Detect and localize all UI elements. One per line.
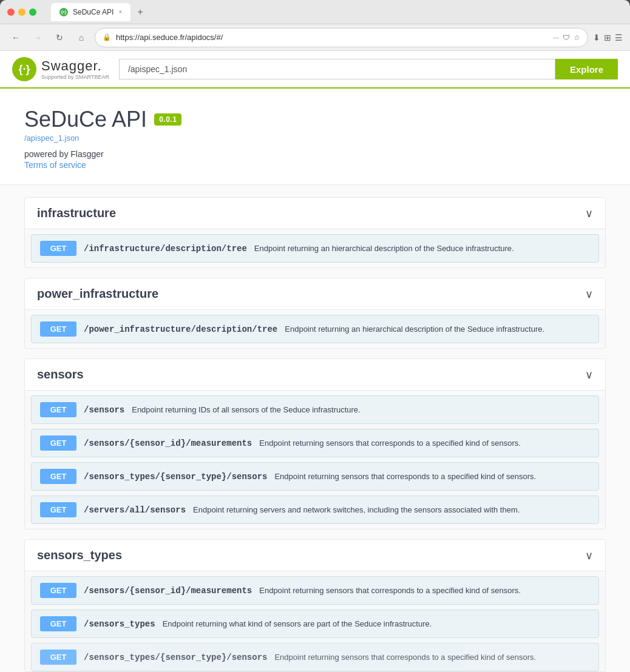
endpoint-row[interactable]: GET /sensors_types/{sensor_type}/sensors… (31, 462, 599, 491)
method-badge: GET (40, 241, 76, 256)
minimize-button[interactable] (18, 8, 25, 16)
endpoint-row[interactable]: GET /sensors/{sensor_id}/measurements En… (31, 429, 599, 457)
method-badge: GET (40, 469, 76, 484)
bookmark-icon[interactable]: ☆ (574, 33, 580, 42)
method-badge: GET (40, 402, 76, 417)
traffic-lights (7, 8, 36, 16)
endpoint-row[interactable]: GET /infrastructure/description/tree End… (31, 234, 599, 263)
method-badge: GET (40, 321, 76, 337)
method-badge: GET (40, 583, 76, 598)
maximize-button[interactable] (29, 8, 36, 16)
section-chevron-sensors: ∨ (585, 368, 593, 381)
swagger-logo-text: Swagger. Supported by SMARTBEAR (41, 58, 109, 80)
swagger-header: {·} Swagger. Supported by SMARTBEAR Expl… (0, 51, 630, 89)
section-header-power_infrastructure[interactable]: power_infrastructure ∨ (25, 278, 605, 310)
endpoint-description: Endpoint returning sensors that correspo… (259, 438, 590, 448)
section-title-infrastructure: infrastructure (37, 206, 116, 220)
title-bar: {•} SeDuCe API × + (0, 0, 630, 24)
method-badge: GET (40, 650, 76, 665)
section-chevron-sensors_types: ∨ (585, 549, 593, 562)
method-badge: GET (40, 435, 76, 451)
endpoint-description: Endpoint returning servers and network s… (193, 505, 590, 514)
endpoint-description: Endpoint returning an hierarchical descr… (285, 324, 590, 334)
endpoint-path: /power_infrastructure/description/tree (84, 324, 277, 334)
address-bar-icons: ··· 🛡 ☆ (553, 33, 580, 42)
browser-window: {•} SeDuCe API × + ← → ↻ ⌂ 🔒 https://api… (0, 0, 630, 672)
endpoint-row[interactable]: GET /sensors/{sensor_id}/measurements En… (31, 576, 599, 605)
explore-button[interactable]: Explore (555, 59, 618, 79)
menu-icon[interactable]: ☰ (615, 33, 623, 42)
endpoint-path: /sensors/{sensor_id}/measurements (84, 586, 252, 596)
endpoint-description: Endpoint returning IDs of all sensors of… (132, 405, 590, 414)
section-header-sensors_types[interactable]: sensors_types ∨ (25, 540, 605, 571)
home-button[interactable]: ⌂ (73, 29, 90, 46)
close-button[interactable] (7, 8, 15, 16)
forward-button[interactable]: → (29, 29, 46, 46)
endpoint-path: /sensors_types (84, 619, 155, 629)
section-chevron-power_infrastructure: ∨ (585, 287, 593, 301)
swagger-input-area: Explore (119, 59, 618, 79)
section-body-power_infrastructure: GET /power_infrastructure/description/tr… (25, 315, 605, 343)
endpoint-row[interactable]: GET /sensors Endpoint returning IDs of a… (31, 395, 599, 424)
download-icon[interactable]: ⬇ (593, 33, 600, 42)
terms-of-service-link[interactable]: Terms of service (24, 160, 606, 170)
section-body-infrastructure: GET /infrastructure/description/tree End… (25, 234, 605, 263)
section-body-sensors: GET /sensors Endpoint returning IDs of a… (25, 395, 605, 524)
shield-icon: 🛡 (563, 33, 570, 42)
api-sections: infrastructure ∨ GET /infrastructure/des… (0, 185, 630, 672)
section-header-sensors[interactable]: sensors ∨ (25, 359, 605, 391)
lock-icon: 🔒 (103, 33, 111, 41)
endpoint-description: Endpoint returning sensors that correspo… (259, 586, 590, 595)
endpoint-path: /servers/all/sensors (84, 505, 186, 515)
section-power_infrastructure: power_infrastructure ∨ GET /power_infras… (24, 278, 606, 349)
endpoint-row[interactable]: GET /power_infrastructure/description/tr… (31, 315, 599, 343)
section-header-infrastructure[interactable]: infrastructure ∨ (25, 198, 605, 229)
section-sensors: sensors ∨ GET /sensors Endpoint returnin… (24, 358, 606, 529)
endpoint-path: /sensors/{sensor_id}/measurements (84, 438, 252, 448)
method-badge: GET (40, 502, 76, 517)
swagger-logo-icon: {·} (12, 57, 36, 81)
section-body-sensors_types: GET /sensors/{sensor_id}/measurements En… (25, 576, 605, 671)
section-sensors_types: sensors_types ∨ GET /sensors/{sensor_id}… (24, 539, 606, 672)
swagger-logo-symbol: {·} (18, 63, 30, 76)
endpoint-description: Endpoint returning sensors that correspo… (274, 653, 590, 662)
method-badge: GET (40, 616, 76, 631)
api-title: SeDuCe API 0.0.1 (24, 107, 606, 132)
endpoint-description: Endpoint returning sensors that correspo… (274, 472, 590, 481)
swagger-supported-by: Supported by SMARTBEAR (41, 74, 109, 80)
swagger-logo: {·} Swagger. Supported by SMARTBEAR (12, 57, 109, 81)
api-info: SeDuCe API 0.0.1 /apispec_1.json powered… (0, 89, 630, 185)
tab-close-button[interactable]: × (118, 8, 122, 15)
extensions-icon[interactable]: ⊞ (604, 33, 611, 42)
more-options-icon: ··· (553, 33, 559, 42)
endpoint-path: /sensors (84, 405, 124, 415)
endpoint-path: /infrastructure/description/tree (84, 244, 247, 254)
endpoint-path: /sensors_types/{sensor_type}/sensors (84, 653, 267, 662)
api-version-badge: 0.0.1 (154, 113, 181, 126)
endpoint-row[interactable]: GET /sensors_types Endpoint returning wh… (31, 610, 599, 638)
nav-extra-icons: ⬇ ⊞ ☰ (593, 33, 623, 42)
api-powered-by: powered by Flasgger (24, 149, 606, 159)
swagger-url-input[interactable] (119, 59, 555, 79)
new-tab-button[interactable]: + (133, 5, 147, 19)
api-spec-link[interactable]: /apispec_1.json (24, 133, 79, 143)
swagger-wordmark: Swagger. (41, 58, 109, 74)
tab-title: SeDuCe API (73, 8, 113, 16)
endpoint-description: Endpoint returning what kind of sensors … (163, 619, 590, 628)
section-chevron-infrastructure: ∨ (585, 207, 593, 220)
nav-bar: ← → ↻ ⌂ 🔒 https://api.seduce.fr/apidocs/… (0, 24, 630, 51)
section-infrastructure: infrastructure ∨ GET /infrastructure/des… (24, 197, 606, 268)
tab-bar: {•} SeDuCe API × + (51, 3, 623, 21)
address-bar[interactable]: 🔒 https://api.seduce.fr/apidocs/#/ ··· 🛡… (95, 28, 588, 47)
section-title-sensors: sensors (37, 368, 84, 381)
section-title-sensors_types: sensors_types (37, 548, 122, 562)
endpoint-row[interactable]: GET /sensors_types/{sensor_type}/sensors… (31, 643, 599, 671)
endpoint-row[interactable]: GET /servers/all/sensors Endpoint return… (31, 496, 599, 524)
url-display: https://api.seduce.fr/apidocs/#/ (116, 33, 548, 42)
tab-favicon: {•} (59, 8, 68, 16)
active-tab[interactable]: {•} SeDuCe API × (51, 3, 130, 21)
section-title-power_infrastructure: power_infrastructure (37, 287, 158, 301)
endpoint-path: /sensors_types/{sensor_type}/sensors (84, 472, 267, 482)
back-button[interactable]: ← (7, 29, 24, 46)
reload-button[interactable]: ↻ (51, 29, 68, 46)
